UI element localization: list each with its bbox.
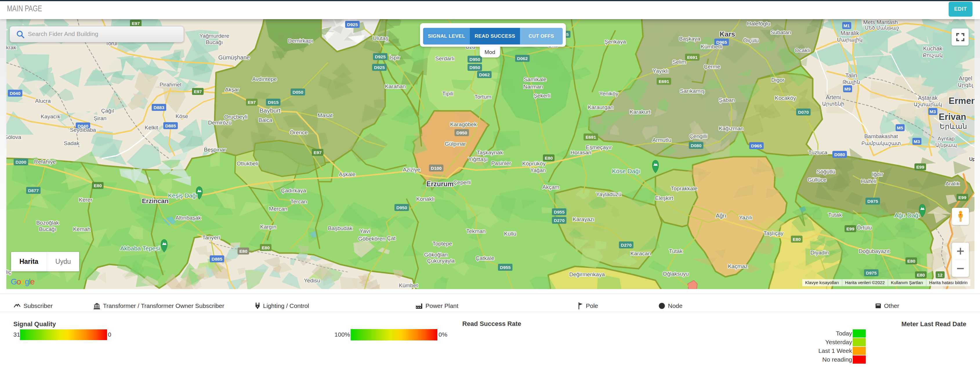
svg-text:D975: D975	[867, 199, 878, 204]
svg-text:Tekman: Tekman	[466, 228, 486, 234]
svg-text:Oğlaksuyu: Oğlaksuyu	[663, 271, 689, 277]
svg-text:Ölçülü: Ölçülü	[743, 37, 759, 43]
svg-text:D955: D955	[500, 265, 511, 270]
svg-text:Karahan: Karahan	[385, 83, 406, 89]
svg-text:Değirmenkaya: Değirmenkaya	[570, 271, 605, 277]
svg-text:D270: D270	[620, 243, 632, 248]
svg-text:Taşlıçay: Taşlıçay	[764, 230, 784, 236]
svg-text:Kocaköy: Kocaköy	[775, 95, 796, 101]
svg-text:Քուչակ: Քուչակ	[923, 52, 943, 58]
svg-text:Kuchak: Kuchak	[923, 45, 943, 52]
svg-text:Yiğittaşı: Yiğittaşı	[468, 156, 488, 162]
svg-text:Iğdır: Iğdır	[872, 171, 883, 177]
svg-text:D915: D915	[268, 100, 278, 105]
svg-text:D040: D040	[10, 91, 20, 96]
svg-text:Çadırkaya: Çadırkaya	[281, 188, 306, 194]
svg-text:Erivan: Erivan	[939, 112, 966, 122]
svg-text:Örtülü: Örtülü	[857, 225, 872, 231]
svg-text:M3: M3	[913, 139, 920, 144]
svg-text:E691: E691	[585, 135, 596, 140]
svg-text:M9: M9	[844, 86, 851, 91]
svg-text:D950: D950	[456, 130, 467, 135]
svg-text:Erzurum: Erzurum	[426, 180, 453, 188]
svg-text:Toptepe: Toptepe	[433, 240, 452, 247]
svg-text:Թալին: Թալին	[843, 79, 860, 85]
svg-text:Gölova: Gölova	[6, 134, 21, 140]
svg-text:Çakrak: Çakrak	[6, 45, 16, 51]
svg-text:Kümbet: Kümbet	[399, 282, 418, 288]
svg-text:D950: D950	[469, 65, 480, 70]
svg-text:Kümbetli: Kümbetli	[701, 43, 722, 49]
svg-text:Kars: Kars	[719, 30, 735, 38]
svg-text:D062: D062	[517, 56, 528, 61]
svg-text:Tuzluca: Tuzluca	[808, 150, 827, 156]
svg-text:Bambakashat: Bambakashat	[864, 133, 898, 139]
svg-text:Aralık: Aralık	[945, 180, 960, 186]
svg-text:Kerer: Kerer	[79, 197, 92, 203]
svg-text:E80: E80	[917, 272, 925, 277]
svg-text:Yeniköy: Yeniköy	[599, 91, 618, 97]
svg-text:İliç: İliç	[6, 269, 11, 275]
svg-text:D877: D877	[28, 188, 38, 193]
svg-text:Çeperli: Çeperli	[453, 179, 471, 185]
svg-text:Kağızman: Kağızman	[719, 125, 744, 131]
svg-text:Akşar: Akşar	[225, 86, 239, 92]
svg-text:Oruçbeyli: Oruçbeyli	[224, 114, 247, 120]
svg-text:E80: E80	[907, 259, 915, 263]
svg-text:Köse Dağı: Köse Dağı	[612, 168, 640, 174]
svg-text:Tortum: Tortum	[474, 94, 491, 100]
svg-text:Başkaya: Başkaya	[679, 36, 700, 42]
svg-text:Akçam: Akçam	[542, 184, 559, 190]
svg-text:Demirözü: Demirözü	[208, 119, 231, 126]
svg-text:Ayntap: Ayntap	[938, 135, 955, 142]
svg-text:Balca: Balca	[258, 117, 272, 123]
svg-text:Taşkaynak: Taşkaynak	[477, 150, 503, 156]
svg-text:Argel: Argel	[959, 75, 972, 81]
svg-text:Karacan: Karacan	[630, 250, 651, 256]
svg-text:Konaklı: Konaklı	[416, 196, 434, 202]
svg-text:Digor: Digor	[771, 77, 784, 83]
svg-text:Արտենի: Արտենի	[822, 101, 845, 107]
svg-text:Pirahmet: Pirahmet	[159, 81, 182, 88]
svg-text:Արգել: Արգել	[958, 82, 973, 88]
svg-text:Karaurgan: Karaurgan	[588, 104, 614, 110]
svg-text:Tanyeri: Tanyeri	[202, 234, 220, 240]
svg-text:Bozoğlak: Bozoğlak	[36, 220, 59, 226]
svg-text:Serdarlı: Serdarlı	[435, 56, 455, 62]
svg-text:Eleşkirt: Eleşkirt	[655, 195, 673, 201]
svg-text:Subatan: Subatan	[771, 29, 791, 35]
svg-text:Մարալիկ: Մարալիկ	[837, 37, 862, 43]
svg-text:E80: E80	[94, 183, 102, 188]
svg-text:Maralik: Maralik	[840, 30, 859, 36]
svg-text:D883: D883	[153, 105, 164, 110]
svg-text:Bucağı: Bucağı	[39, 226, 56, 232]
svg-text:Akbaba Tepesi: Akbaba Tepesi	[120, 245, 160, 252]
svg-text:Yayıklı: Yayıklı	[652, 68, 669, 74]
svg-text:Söğütlü: Söğütlü	[817, 169, 835, 175]
svg-text:Arteni: Arteni	[826, 94, 841, 100]
svg-text:Çat: Çat	[387, 235, 396, 241]
svg-text:Yayladüzü: Yayladüzü	[596, 191, 621, 197]
svg-text:Բամբակաշատ: Բամբակաշատ	[861, 141, 901, 146]
svg-text:Çerme: Çerme	[703, 64, 720, 70]
svg-text:Doğubayazıt: Doğubayazıt	[859, 248, 890, 254]
svg-text:D925: D925	[374, 65, 385, 70]
svg-text:Yazılı: Yazılı	[739, 215, 752, 221]
svg-text:Kemah: Kemah	[73, 226, 91, 232]
svg-text:Ermenis: Ermenis	[949, 96, 975, 106]
svg-text:Refahiye: Refahiye	[34, 159, 56, 165]
svg-text:Erzincan: Erzincan	[142, 197, 169, 205]
svg-text:D950: D950	[469, 57, 480, 62]
svg-text:Çengilli: Çengilli	[689, 133, 707, 139]
svg-text:Halfeli: Halfeli	[861, 178, 877, 184]
svg-text:D200: D200	[15, 159, 26, 164]
svg-text:Karakurt: Karakurt	[630, 109, 651, 115]
svg-text:Altınbaşak: Altınbaşak	[175, 215, 201, 221]
svg-text:Masat: Masat	[318, 112, 332, 118]
svg-text:Avdıntepe: Avdıntepe	[252, 76, 277, 82]
svg-text:Yağmurdere: Yağmurdere	[199, 33, 229, 39]
svg-text:Horasan: Horasan	[571, 150, 591, 156]
svg-text:Çağıl: Çağıl	[101, 108, 114, 114]
svg-text:E80: E80	[545, 156, 553, 161]
svg-text:Այնթապ: Այնթապ	[935, 142, 957, 148]
